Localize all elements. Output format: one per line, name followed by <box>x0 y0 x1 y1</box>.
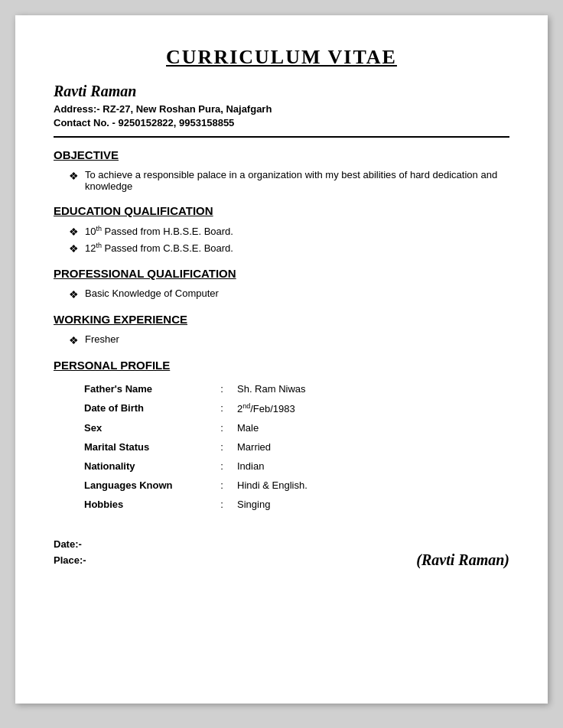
education-item-2: ❖ 12th Passed from C.B.S.E. Board. <box>54 242 509 255</box>
bullet-icon: ❖ <box>69 334 79 346</box>
table-row: Hobbies : Singing <box>84 495 436 514</box>
table-row: Nationality : Indian <box>84 457 436 476</box>
education-section: EDUCATION QUALIFICATION ❖ 10th Passed fr… <box>54 204 509 255</box>
sex-label: Sex <box>84 418 207 437</box>
nationality-colon: : <box>207 457 237 476</box>
languages-label: Languages Known <box>84 476 207 495</box>
languages-value: Hindi & English. <box>237 476 436 495</box>
professional-item-1: ❖ Basic Knowledge of Computer <box>54 288 509 301</box>
table-row: Sex : Male <box>84 418 436 437</box>
place-label: Place:- <box>54 553 86 569</box>
fathers-name-label: Father's Name <box>84 379 207 398</box>
experience-title: WORKING EXPERIENCE <box>54 313 509 326</box>
table-row: Father's Name : Sh. Ram Niwas <box>84 379 436 398</box>
author-name: Ravti Raman <box>54 83 509 100</box>
objective-title: OBJECTIVE <box>54 148 509 161</box>
education-text-2: 12th Passed from C.B.S.E. Board. <box>85 242 233 254</box>
personal-section: PERSONAL PROFILE Father's Name : Sh. Ram… <box>54 359 509 514</box>
date-label: Date:- <box>54 537 86 553</box>
table-row: Languages Known : Hindi & English. <box>84 476 436 495</box>
education-item-1: ❖ 10th Passed from H.B.S.E. Board. <box>54 225 509 238</box>
profile-table: Father's Name : Sh. Ram Niwas Date of Bi… <box>84 379 436 514</box>
signature: (Ravti Raman) <box>416 551 509 569</box>
education-title: EDUCATION QUALIFICATION <box>54 204 509 217</box>
sex-colon: : <box>207 418 237 437</box>
dob-label: Date of Birth <box>84 398 207 418</box>
professional-title: PROFESSIONAL QUALIFICATION <box>54 267 509 280</box>
table-row: Date of Birth : 2nd/Feb/1983 <box>84 398 436 418</box>
contact-label: Contact No. - <box>54 117 116 128</box>
marital-colon: : <box>207 437 237 457</box>
professional-section: PROFESSIONAL QUALIFICATION ❖ Basic Knowl… <box>54 267 509 301</box>
professional-text: Basic Knowledge of Computer <box>85 288 219 299</box>
footer-section: Date:- Place:- (Ravti Raman) <box>54 537 509 569</box>
hobbies-label: Hobbies <box>84 495 207 514</box>
personal-title: PERSONAL PROFILE <box>54 359 509 372</box>
cv-page: CURRICULUM VITAE Ravti Raman Address:- R… <box>15 15 548 704</box>
sex-value: Male <box>237 418 436 437</box>
contact-value: 9250152822, 9953158855 <box>119 117 235 128</box>
nationality-label: Nationality <box>84 457 207 476</box>
cv-title: CURRICULUM VITAE <box>54 46 509 69</box>
address-label: Address:- <box>54 103 100 115</box>
marital-value: Married <box>237 437 436 457</box>
objective-item-1: ❖ To achieve a responsible palace in a o… <box>54 169 509 192</box>
marital-label: Marital Status <box>84 437 207 457</box>
hobbies-colon: : <box>207 495 237 514</box>
bullet-icon: ❖ <box>69 170 79 182</box>
header-divider <box>54 136 509 138</box>
education-text-1: 10th Passed from H.B.S.E. Board. <box>85 225 233 237</box>
experience-section: WORKING EXPERIENCE ❖ Fresher <box>54 313 509 346</box>
table-row: Marital Status : Married <box>84 437 436 457</box>
objective-section: OBJECTIVE ❖ To achieve a responsible pal… <box>54 148 509 192</box>
address-value: RZ-27, New Roshan Pura, Najafgarh <box>103 103 272 115</box>
date-place-block: Date:- Place:- <box>54 537 86 569</box>
objective-text: To achieve a responsible palace in a org… <box>85 169 509 192</box>
nationality-value: Indian <box>237 457 436 476</box>
experience-item-1: ❖ Fresher <box>54 333 509 346</box>
fathers-name-colon: : <box>207 379 237 398</box>
hobbies-value: Singing <box>237 495 436 514</box>
dob-value: 2nd/Feb/1983 <box>237 398 436 418</box>
contact-line: Contact No. - 9250152822, 9953158855 <box>54 117 509 128</box>
bullet-icon: ❖ <box>69 288 79 301</box>
experience-text: Fresher <box>85 333 119 345</box>
bullet-icon: ❖ <box>69 226 79 238</box>
bullet-icon: ❖ <box>69 242 79 255</box>
address-line: Address:- RZ-27, New Roshan Pura, Najafg… <box>54 103 509 115</box>
fathers-name-value: Sh. Ram Niwas <box>237 379 436 398</box>
languages-colon: : <box>207 476 237 495</box>
dob-colon: : <box>207 398 237 418</box>
